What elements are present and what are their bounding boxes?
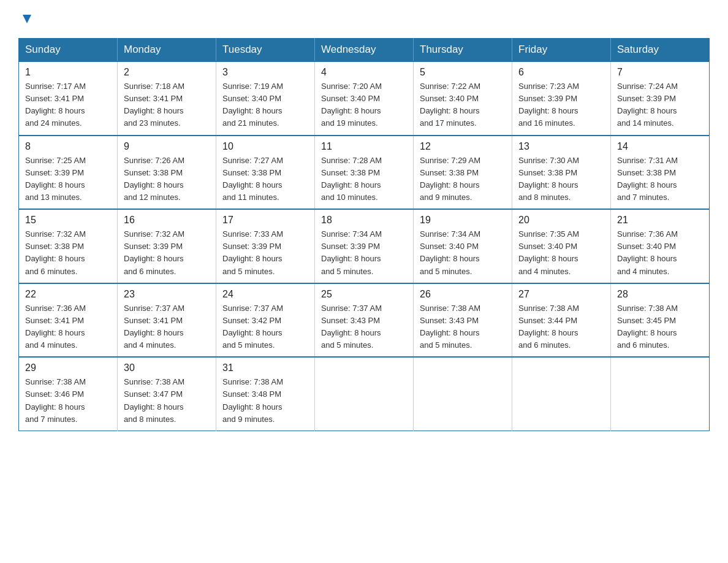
calendar-cell bbox=[414, 357, 512, 431]
weekday-header-tuesday: Tuesday bbox=[216, 39, 315, 62]
day-info: Sunrise: 7:38 AM Sunset: 3:48 PM Dayligh… bbox=[222, 376, 308, 426]
day-info: Sunrise: 7:35 AM Sunset: 3:40 PM Dayligh… bbox=[518, 228, 604, 278]
calendar-cell: 7 Sunrise: 7:24 AM Sunset: 3:39 PM Dayli… bbox=[611, 61, 710, 136]
day-number: 19 bbox=[420, 215, 506, 226]
day-info: Sunrise: 7:38 AM Sunset: 3:44 PM Dayligh… bbox=[518, 302, 604, 352]
calendar-table: SundayMondayTuesdayWednesdayThursdayFrid… bbox=[18, 38, 710, 431]
calendar-cell: 23 Sunrise: 7:37 AM Sunset: 3:41 PM Dayl… bbox=[118, 283, 216, 358]
day-number: 30 bbox=[124, 362, 210, 373]
day-info: Sunrise: 7:22 AM Sunset: 3:40 PM Dayligh… bbox=[420, 80, 506, 130]
calendar-cell: 20 Sunrise: 7:35 AM Sunset: 3:40 PM Dayl… bbox=[512, 209, 611, 283]
day-info: Sunrise: 7:19 AM Sunset: 3:40 PM Dayligh… bbox=[222, 80, 308, 130]
day-number: 23 bbox=[124, 289, 210, 300]
day-info: Sunrise: 7:26 AM Sunset: 3:38 PM Dayligh… bbox=[124, 155, 210, 204]
calendar-cell: 4 Sunrise: 7:20 AM Sunset: 3:40 PM Dayli… bbox=[315, 61, 414, 136]
day-info: Sunrise: 7:36 AM Sunset: 3:40 PM Dayligh… bbox=[617, 228, 703, 278]
day-number: 25 bbox=[321, 289, 407, 300]
day-number: 9 bbox=[124, 141, 210, 152]
calendar-cell: 15 Sunrise: 7:32 AM Sunset: 3:38 PM Dayl… bbox=[19, 209, 118, 283]
day-number: 31 bbox=[222, 362, 308, 373]
day-info: Sunrise: 7:18 AM Sunset: 3:41 PM Dayligh… bbox=[124, 80, 210, 130]
day-info: Sunrise: 7:38 AM Sunset: 3:46 PM Dayligh… bbox=[25, 376, 111, 426]
day-number: 6 bbox=[518, 67, 604, 78]
calendar-cell: 17 Sunrise: 7:33 AM Sunset: 3:39 PM Dayl… bbox=[216, 209, 315, 283]
weekday-header-friday: Friday bbox=[512, 39, 611, 62]
calendar-cell: 31 Sunrise: 7:38 AM Sunset: 3:48 PM Dayl… bbox=[216, 357, 315, 431]
calendar-cell: 3 Sunrise: 7:19 AM Sunset: 3:40 PM Dayli… bbox=[216, 61, 315, 136]
day-info: Sunrise: 7:32 AM Sunset: 3:39 PM Dayligh… bbox=[124, 228, 210, 278]
calendar-cell: 2 Sunrise: 7:18 AM Sunset: 3:41 PM Dayli… bbox=[118, 61, 216, 136]
day-number: 28 bbox=[617, 289, 703, 300]
calendar-cell: 24 Sunrise: 7:37 AM Sunset: 3:42 PM Dayl… bbox=[216, 283, 315, 358]
day-info: Sunrise: 7:17 AM Sunset: 3:41 PM Dayligh… bbox=[25, 80, 111, 130]
svg-marker-0 bbox=[23, 15, 31, 23]
calendar-week-row: 8 Sunrise: 7:25 AM Sunset: 3:39 PM Dayli… bbox=[19, 136, 710, 210]
calendar-cell: 6 Sunrise: 7:23 AM Sunset: 3:39 PM Dayli… bbox=[512, 61, 611, 136]
calendar-week-row: 15 Sunrise: 7:32 AM Sunset: 3:38 PM Dayl… bbox=[19, 209, 710, 283]
day-number: 29 bbox=[25, 362, 111, 373]
day-info: Sunrise: 7:29 AM Sunset: 3:38 PM Dayligh… bbox=[420, 155, 506, 204]
calendar-cell: 29 Sunrise: 7:38 AM Sunset: 3:46 PM Dayl… bbox=[19, 357, 118, 431]
calendar-cell: 13 Sunrise: 7:30 AM Sunset: 3:38 PM Dayl… bbox=[512, 136, 611, 210]
day-number: 16 bbox=[124, 215, 210, 226]
calendar-cell: 5 Sunrise: 7:22 AM Sunset: 3:40 PM Dayli… bbox=[414, 61, 512, 136]
day-info: Sunrise: 7:30 AM Sunset: 3:38 PM Dayligh… bbox=[518, 155, 604, 204]
day-info: Sunrise: 7:37 AM Sunset: 3:42 PM Dayligh… bbox=[222, 302, 308, 352]
day-number: 3 bbox=[222, 67, 308, 78]
day-info: Sunrise: 7:32 AM Sunset: 3:38 PM Dayligh… bbox=[25, 228, 111, 278]
calendar-week-row: 1 Sunrise: 7:17 AM Sunset: 3:41 PM Dayli… bbox=[19, 61, 710, 136]
calendar-cell: 11 Sunrise: 7:28 AM Sunset: 3:38 PM Dayl… bbox=[315, 136, 414, 210]
day-info: Sunrise: 7:27 AM Sunset: 3:38 PM Dayligh… bbox=[222, 155, 308, 204]
calendar-cell: 1 Sunrise: 7:17 AM Sunset: 3:41 PM Dayli… bbox=[19, 61, 118, 136]
day-number: 14 bbox=[617, 141, 703, 152]
day-number: 5 bbox=[420, 67, 506, 78]
calendar-cell: 26 Sunrise: 7:38 AM Sunset: 3:43 PM Dayl… bbox=[414, 283, 512, 358]
day-number: 20 bbox=[518, 215, 604, 226]
day-info: Sunrise: 7:34 AM Sunset: 3:39 PM Dayligh… bbox=[321, 228, 407, 278]
day-number: 1 bbox=[25, 67, 111, 78]
calendar-cell: 30 Sunrise: 7:38 AM Sunset: 3:47 PM Dayl… bbox=[118, 357, 216, 431]
calendar-cell: 21 Sunrise: 7:36 AM Sunset: 3:40 PM Dayl… bbox=[611, 209, 710, 283]
day-number: 7 bbox=[617, 67, 703, 78]
day-info: Sunrise: 7:36 AM Sunset: 3:41 PM Dayligh… bbox=[25, 302, 111, 352]
day-info: Sunrise: 7:31 AM Sunset: 3:38 PM Dayligh… bbox=[617, 155, 703, 204]
calendar-cell: 22 Sunrise: 7:36 AM Sunset: 3:41 PM Dayl… bbox=[19, 283, 118, 358]
calendar-cell bbox=[611, 357, 710, 431]
day-number: 10 bbox=[222, 141, 308, 152]
calendar-cell: 18 Sunrise: 7:34 AM Sunset: 3:39 PM Dayl… bbox=[315, 209, 414, 283]
day-info: Sunrise: 7:37 AM Sunset: 3:41 PM Dayligh… bbox=[124, 302, 210, 352]
calendar-cell: 8 Sunrise: 7:25 AM Sunset: 3:39 PM Dayli… bbox=[19, 136, 118, 210]
day-number: 21 bbox=[617, 215, 703, 226]
day-number: 8 bbox=[25, 141, 111, 152]
calendar-cell: 12 Sunrise: 7:29 AM Sunset: 3:38 PM Dayl… bbox=[414, 136, 512, 210]
day-info: Sunrise: 7:24 AM Sunset: 3:39 PM Dayligh… bbox=[617, 80, 703, 130]
calendar-cell: 25 Sunrise: 7:37 AM Sunset: 3:43 PM Dayl… bbox=[315, 283, 414, 358]
day-number: 22 bbox=[25, 289, 111, 300]
day-number: 11 bbox=[321, 141, 407, 152]
day-number: 27 bbox=[518, 289, 604, 300]
day-info: Sunrise: 7:34 AM Sunset: 3:40 PM Dayligh… bbox=[420, 228, 506, 278]
logo-triangle-icon bbox=[20, 12, 34, 26]
weekday-header-wednesday: Wednesday bbox=[315, 39, 414, 62]
day-info: Sunrise: 7:38 AM Sunset: 3:43 PM Dayligh… bbox=[420, 302, 506, 352]
day-number: 24 bbox=[222, 289, 308, 300]
day-number: 13 bbox=[518, 141, 604, 152]
day-info: Sunrise: 7:28 AM Sunset: 3:38 PM Dayligh… bbox=[321, 155, 407, 204]
logo bbox=[18, 12, 34, 27]
calendar-cell: 9 Sunrise: 7:26 AM Sunset: 3:38 PM Dayli… bbox=[118, 136, 216, 210]
calendar-cell bbox=[315, 357, 414, 431]
weekday-header-saturday: Saturday bbox=[611, 39, 710, 62]
page-header bbox=[18, 12, 710, 27]
weekday-header-row: SundayMondayTuesdayWednesdayThursdayFrid… bbox=[19, 39, 710, 62]
day-info: Sunrise: 7:37 AM Sunset: 3:43 PM Dayligh… bbox=[321, 302, 407, 352]
weekday-header-monday: Monday bbox=[118, 39, 216, 62]
day-number: 26 bbox=[420, 289, 506, 300]
day-number: 17 bbox=[222, 215, 308, 226]
day-info: Sunrise: 7:23 AM Sunset: 3:39 PM Dayligh… bbox=[518, 80, 604, 130]
calendar-cell: 27 Sunrise: 7:38 AM Sunset: 3:44 PM Dayl… bbox=[512, 283, 611, 358]
calendar-cell: 28 Sunrise: 7:38 AM Sunset: 3:45 PM Dayl… bbox=[611, 283, 710, 358]
calendar-cell bbox=[512, 357, 611, 431]
weekday-header-thursday: Thursday bbox=[414, 39, 512, 62]
calendar-cell: 10 Sunrise: 7:27 AM Sunset: 3:38 PM Dayl… bbox=[216, 136, 315, 210]
day-number: 12 bbox=[420, 141, 506, 152]
